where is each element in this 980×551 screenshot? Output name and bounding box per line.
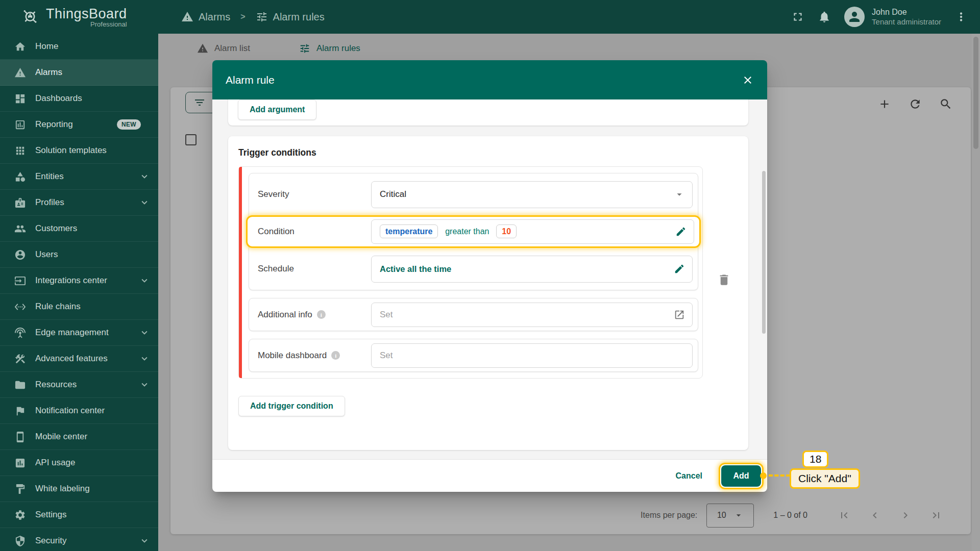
sidebar-item-dashboards[interactable]: Dashboards: [0, 86, 158, 112]
edit-pencil-icon[interactable]: [674, 263, 685, 274]
condition-operator: greater than: [445, 227, 489, 236]
additional-info-field[interactable]: Set: [371, 303, 693, 327]
user-info[interactable]: John Doe Tenant administrator: [872, 7, 941, 27]
severity-row: Severity Critical: [249, 173, 698, 215]
chart-icon: [14, 457, 26, 469]
sidebar-item-home[interactable]: Home: [0, 34, 158, 60]
mobile-dashboard-field[interactable]: Set: [371, 343, 693, 368]
sidebar-item-label: Entities: [35, 171, 130, 182]
category-icon: [14, 171, 26, 183]
antenna-icon: [14, 327, 26, 339]
sidebar-item-resources[interactable]: Resources: [0, 372, 158, 398]
add-button[interactable]: Add: [721, 465, 761, 487]
sidebar-item-integrations-center[interactable]: Integrations center: [0, 268, 158, 294]
sidebar-item-label: White labeling: [35, 484, 141, 494]
sidebar-item-advanced-features[interactable]: Advanced features: [0, 346, 158, 372]
annotation-connector-dash: [769, 474, 790, 477]
more-vert-icon[interactable]: [954, 10, 968, 23]
schedule-field[interactable]: Active all the time: [371, 256, 693, 283]
badge-icon: [14, 197, 26, 209]
reporting-icon: [14, 119, 26, 131]
sidebar-item-settings[interactable]: Settings: [0, 502, 158, 528]
dialog-title: Alarm rule: [226, 74, 742, 86]
open-in-new-icon[interactable]: [674, 309, 685, 320]
sidebar-item-edge-management[interactable]: Edge management: [0, 320, 158, 346]
person-icon: [847, 9, 862, 24]
top-bar: ThingsBoard Professional Alarms > Alarm …: [0, 0, 980, 34]
sidebar-item-white-labeling[interactable]: White labeling: [0, 476, 158, 502]
condition-field[interactable]: temperature greater than 10: [371, 219, 694, 244]
breadcrumb-alarm-rules[interactable]: Alarm rules: [256, 11, 325, 23]
thingsboard-logo-icon: [20, 6, 40, 28]
schedule-row: Schedule Active all the time: [249, 248, 698, 290]
delete-trigger-icon[interactable]: [717, 273, 731, 287]
mobile-dashboard-row: Mobile dashboard i Set: [249, 339, 698, 371]
sidebar-item-label: API usage: [35, 458, 141, 468]
product-name: ThingsBoard: [46, 6, 127, 22]
mobile-dashboard-label: Mobile dashboard: [258, 350, 327, 361]
sidebar: Home Alarms Dashboards Reporting NEW Sol…: [0, 34, 158, 551]
breadcrumb-alarms[interactable]: Alarms: [181, 11, 230, 23]
sidebar-item-label: Settings: [35, 510, 141, 520]
sidebar-item-users[interactable]: Users: [0, 242, 158, 268]
add-trigger-condition-button[interactable]: Add trigger condition: [238, 396, 345, 416]
sidebar-item-reporting[interactable]: Reporting NEW: [0, 112, 158, 138]
sidebar-item-security[interactable]: Security: [0, 528, 158, 551]
chevron-down-icon: [139, 379, 150, 390]
thingsboard-logo[interactable]: ThingsBoard Professional: [0, 6, 127, 28]
modal-scrollbar[interactable]: [762, 171, 766, 334]
sidebar-item-rule-chains[interactable]: Rule chains: [0, 294, 158, 320]
product-edition: Professional: [90, 20, 127, 28]
sidebar-item-label: Profiles: [35, 197, 130, 208]
chevron-down-icon: [139, 275, 150, 286]
sidebar-item-label: Notification center: [35, 406, 141, 416]
sidebar-item-label: Rule chains: [35, 302, 141, 312]
add-argument-button[interactable]: Add argument: [238, 99, 316, 120]
paint-icon: [14, 483, 26, 495]
annotation-label: Click "Add": [790, 468, 860, 489]
dialog-header: Alarm rule: [212, 60, 767, 99]
sidebar-item-alarms[interactable]: Alarms: [0, 60, 158, 86]
sidebar-item-label: Dashboards: [35, 93, 141, 104]
schedule-label: Schedule: [258, 264, 371, 274]
fullscreen-icon[interactable]: [791, 10, 804, 23]
edit-pencil-icon[interactable]: [675, 226, 687, 237]
sidebar-item-solution-templates[interactable]: Solution templates: [0, 138, 158, 164]
notifications-bell-icon[interactable]: [818, 10, 831, 23]
trigger-conditions-card: Trigger conditions Severity Critical: [228, 136, 748, 450]
construction-icon: [14, 353, 26, 365]
avatar[interactable]: [844, 7, 865, 27]
sidebar-item-label: Alarms: [35, 67, 141, 78]
dialog-footer: Cancel Add: [212, 459, 767, 492]
sidebar-item-profiles[interactable]: Profiles: [0, 190, 158, 216]
sidebar-item-notification-center[interactable]: Notification center: [0, 398, 158, 424]
condition-label: Condition: [258, 227, 371, 237]
arguments-card: Add argument: [228, 99, 748, 126]
cancel-button[interactable]: Cancel: [671, 467, 707, 485]
section-title: Trigger conditions: [238, 147, 748, 158]
ethernet-icon: [14, 301, 26, 313]
sidebar-item-api-usage[interactable]: API usage: [0, 450, 158, 476]
additional-info-card: Additional info i Set: [249, 298, 698, 331]
close-icon[interactable]: [742, 74, 754, 86]
sidebar-item-label: Customers: [35, 223, 141, 234]
warning-icon: [181, 11, 193, 23]
folder-icon: [14, 379, 26, 391]
add-button-highlight-ring: Add: [719, 463, 764, 489]
breadcrumb-separator: >: [236, 12, 249, 21]
sidebar-item-entities[interactable]: Entities: [0, 164, 158, 190]
dialog-body: Add argument Trigger conditions Severity…: [212, 99, 767, 459]
warning-icon: [14, 67, 26, 79]
sidebar-item-customers[interactable]: Customers: [0, 216, 158, 242]
sidebar-item-label: Users: [35, 249, 141, 260]
condition-argument-chip: temperature: [380, 224, 438, 238]
user-role: Tenant administrator: [872, 17, 941, 27]
sidebar-item-label: Integrations center: [35, 276, 130, 286]
tune-icon: [256, 11, 268, 23]
severity-select[interactable]: Critical: [371, 181, 693, 208]
mobile-dashboard-card: Mobile dashboard i Set: [249, 339, 698, 372]
shield-icon: [14, 535, 26, 547]
sidebar-item-mobile-center[interactable]: Mobile center: [0, 424, 158, 450]
gear-icon: [14, 509, 26, 521]
required-marker-bar: [239, 167, 242, 378]
